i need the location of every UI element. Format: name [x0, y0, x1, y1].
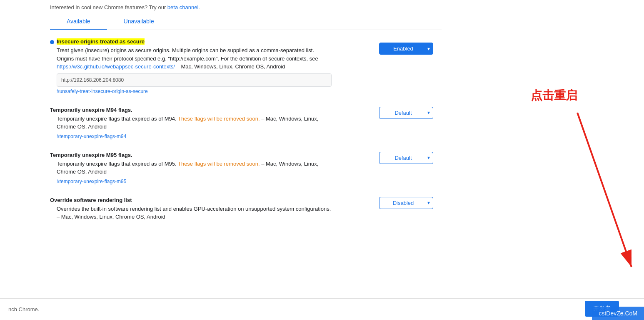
insecure-origins-select[interactable]: Default Enabled Disabled [379, 43, 433, 55]
flag-description-temp-m95: Temporarily unexpire flags that expired … [57, 160, 332, 176]
flag-item-insecure-origins: Insecure origins treated as secure Treat… [50, 38, 442, 94]
flag-description-temp-m94: Temporarily unexpire flags that expired … [57, 115, 332, 131]
annotation-text: 点击重启 [531, 88, 577, 103]
temp-m94-select-wrapper: Default Enabled Disabled [379, 107, 433, 119]
insecure-origins-select-wrapper: Default Enabled Disabled [379, 43, 433, 55]
top-bar: Interested in cool new Chrome features? … [0, 0, 450, 10]
tab-available[interactable]: Available [50, 14, 107, 30]
temp-m94-select[interactable]: Default Enabled Disabled [379, 107, 433, 119]
temp-m95-select-wrapper: Default Enabled Disabled [379, 152, 433, 164]
tabs-container: Available Unavailable [50, 14, 442, 30]
watermark: cstDevZe.CoM [592, 307, 644, 320]
flag-anchor-insecure-origins[interactable]: #unsafely-treat-insecure-origin-as-secur… [57, 88, 375, 94]
flag-item-temp-m95: Temporarily unexpire M95 flags. Temporar… [50, 152, 442, 184]
temp-m95-select[interactable]: Default Enabled Disabled [379, 152, 433, 164]
flag-item-override-rendering: Override software rendering list Overrid… [50, 197, 442, 224]
flag-title-temp-m94: Temporarily unexpire M94 flags. [50, 107, 132, 113]
override-rendering-select[interactable]: Default Enabled Disabled [379, 197, 433, 209]
annotation-arrow [494, 88, 644, 296]
flag-anchor-temp-m94[interactable]: #temporary-unexpire-flags-m94 [57, 134, 375, 139]
beta-channel-link[interactable]: beta channel [167, 4, 198, 10]
flag-dot [50, 40, 54, 44]
secure-contexts-link[interactable]: https://w3c.github.io/webappsec-secure-c… [57, 63, 175, 70]
top-bar-suffix: . [198, 4, 200, 10]
flags-list: Insecure origins treated as secure Treat… [0, 30, 450, 244]
flag-title-temp-m95: Temporarily unexpire M95 flags. [50, 152, 132, 158]
flag-anchor-temp-m95[interactable]: #temporary-unexpire-flags-m95 [57, 179, 375, 184]
tab-unavailable[interactable]: Unavailable [107, 14, 171, 30]
bottom-bar-text: nch Chrome. [8, 306, 39, 312]
svg-line-1 [577, 113, 632, 267]
flag-title-insecure-origins: Insecure origins treated as secure [57, 38, 145, 45]
top-bar-text: Interested in cool new Chrome features? … [50, 4, 167, 10]
removal-warning-m94: These flags will be removed soon. [178, 116, 260, 122]
flag-description-override-rendering: Overrides the built-in software renderin… [57, 205, 332, 221]
flag-item-temp-m94: Temporarily unexpire M94 flags. Temporar… [50, 107, 442, 139]
removal-warning-m95: These flags will be removed soon. [178, 161, 260, 167]
bottom-bar: nch Chrome. [0, 298, 644, 320]
override-rendering-select-wrapper: Default Enabled Disabled [379, 197, 433, 209]
flag-title-override-rendering: Override software rendering list [50, 197, 132, 203]
flag-description-insecure-origins: Treat given (insecure) origins as secure… [57, 46, 332, 71]
insecure-origins-input[interactable] [57, 73, 332, 87]
